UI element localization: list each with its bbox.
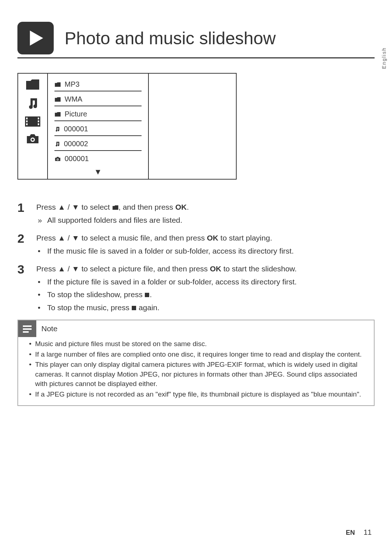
sub-item: •To stop the music, press again. xyxy=(36,302,375,313)
text: If a large number of files are complied … xyxy=(35,350,362,360)
text: again. xyxy=(136,303,159,312)
language-side-label: English xyxy=(381,47,387,69)
bullet: • xyxy=(29,390,32,399)
text: To stop the slideshow, press xyxy=(47,290,144,299)
marker: » xyxy=(38,214,47,226)
stop-icon xyxy=(144,292,150,297)
svg-rect-14 xyxy=(23,325,32,327)
scroll-down-icon: ▼ xyxy=(54,167,142,177)
marker: • xyxy=(38,289,47,300)
file-item-photo1: 000001 xyxy=(54,153,142,165)
marker: • xyxy=(38,302,47,313)
footer-page-number: 11 xyxy=(364,528,372,537)
ok-label: OK xyxy=(207,234,219,242)
step-text: Press ▲ / ▼ to select a music file, and … xyxy=(36,232,375,257)
marker: • xyxy=(38,276,47,288)
file-item-track1: 000001 xyxy=(54,123,142,136)
camera-icon xyxy=(25,133,40,144)
file-label: 000001 xyxy=(65,155,89,163)
text: to start playing. xyxy=(218,234,272,242)
text: Press xyxy=(36,203,58,211)
folder-icon xyxy=(54,112,61,117)
text: If the picture file is saved in a folder… xyxy=(47,278,297,286)
text: To stop the music, press xyxy=(47,303,131,312)
step-number: 1 xyxy=(17,201,28,226)
folder-icon xyxy=(54,82,61,87)
svg-point-9 xyxy=(32,139,34,141)
folder-icon xyxy=(25,79,40,90)
svg-rect-3 xyxy=(26,120,28,122)
note-item: •If a large number of files are complied… xyxy=(29,350,367,360)
step-3: 3 Press ▲ / ▼ to select a picture file, … xyxy=(17,263,375,313)
svg-rect-6 xyxy=(38,120,39,122)
text: to select xyxy=(79,203,112,211)
step-1: 1 Press ▲ / ▼ to select , and then press… xyxy=(17,201,375,226)
file-item-mp3: MP3 xyxy=(54,79,142,91)
sub-item: •If the picture file is saved in a folde… xyxy=(36,276,375,288)
menu-file-column: MP3 WMA Picture 000001 000002 000001 xyxy=(48,74,149,179)
file-label: WMA xyxy=(65,95,82,103)
music-note-icon xyxy=(54,141,60,147)
text: to select a picture file, and then press xyxy=(79,264,210,273)
note-icon xyxy=(18,320,36,337)
menu-category-column xyxy=(18,74,48,179)
bullet: • xyxy=(29,339,32,349)
folder-icon xyxy=(54,97,61,102)
page-footer: EN 11 xyxy=(346,528,372,537)
folder-icon xyxy=(112,205,119,210)
sub-item: •To stop the slideshow, press . xyxy=(36,289,375,300)
menu-preview-column xyxy=(149,74,236,179)
svg-rect-5 xyxy=(38,118,39,119)
page-title: Photo and music slideshow xyxy=(65,28,276,48)
sub-item: »All supported folders and files are lis… xyxy=(36,214,375,226)
text: / xyxy=(65,264,72,273)
browser-menu: MP3 WMA Picture 000001 000002 000001 xyxy=(17,73,237,180)
note-body: •Music and picture files must be stored … xyxy=(18,337,374,399)
text: / xyxy=(65,203,72,211)
marker: • xyxy=(38,245,47,257)
camera-icon xyxy=(54,156,61,161)
ok-label: OK xyxy=(210,264,221,273)
text: Press xyxy=(36,264,58,273)
step-number: 3 xyxy=(17,263,28,313)
svg-rect-2 xyxy=(26,118,28,119)
svg-rect-15 xyxy=(23,328,32,330)
file-label: Picture xyxy=(65,110,87,118)
svg-rect-4 xyxy=(26,123,28,125)
file-item-wma: WMA xyxy=(54,94,142,106)
text: / xyxy=(65,234,72,242)
text: to start the slideshow. xyxy=(221,264,297,273)
step-text: Press ▲ / ▼ to select , and then press O… xyxy=(36,201,375,226)
text: . xyxy=(150,290,152,299)
svg-rect-16 xyxy=(23,331,29,333)
note-box: Note •Music and picture files must be st… xyxy=(17,320,375,406)
stop-icon xyxy=(131,305,136,311)
bullet: • xyxy=(29,360,32,389)
note-title: Note xyxy=(41,324,57,333)
music-note-icon xyxy=(26,97,39,110)
file-label: MP3 xyxy=(65,80,79,89)
step-2: 2 Press ▲ / ▼ to select a music file, an… xyxy=(17,232,375,257)
svg-marker-0 xyxy=(30,30,43,46)
text: Press xyxy=(36,234,58,242)
svg-rect-13 xyxy=(132,306,136,310)
step-text: Press ▲ / ▼ to select a picture file, an… xyxy=(36,263,375,313)
bullet: • xyxy=(29,350,32,360)
file-label: 000002 xyxy=(64,140,88,148)
svg-rect-12 xyxy=(145,293,149,297)
file-label: 000001 xyxy=(64,125,88,133)
svg-rect-7 xyxy=(38,123,39,125)
text: This player can only display digital cam… xyxy=(35,360,367,389)
text: . xyxy=(187,203,189,211)
page-header: Photo and music slideshow xyxy=(17,22,375,58)
text: If the music file is saved in a folder o… xyxy=(47,247,294,255)
note-item: •Music and picture files must be stored … xyxy=(29,339,367,349)
text: to select a music file, and then press xyxy=(79,234,207,242)
step-number: 2 xyxy=(17,232,28,257)
note-item: •This player can only display digital ca… xyxy=(29,360,367,389)
music-note-icon xyxy=(54,126,60,132)
text: All supported folders and files are list… xyxy=(47,216,182,224)
svg-point-11 xyxy=(57,159,58,160)
ok-label: OK xyxy=(175,203,187,211)
note-header: Note xyxy=(18,320,374,337)
